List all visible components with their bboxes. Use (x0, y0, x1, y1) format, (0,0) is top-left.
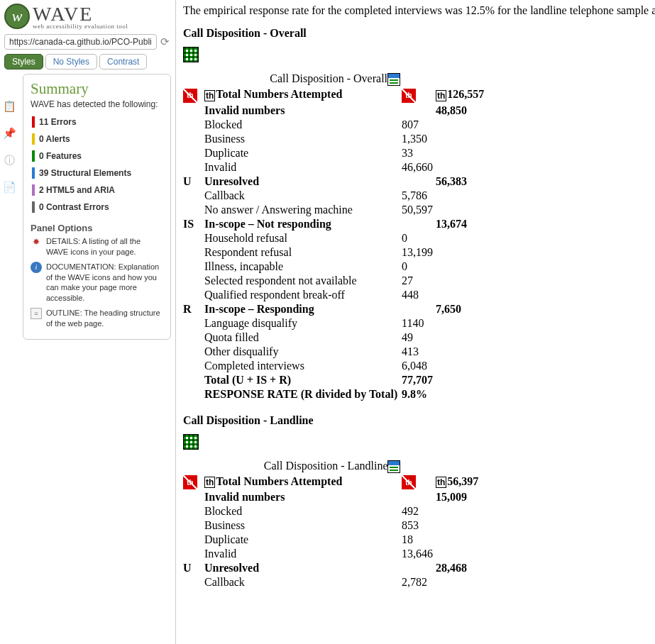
caption-icon (387, 73, 400, 86)
reload-button[interactable]: ⟳ (158, 35, 171, 48)
table-row: Business1,350 (183, 132, 487, 146)
table-row: Illness, incapable0 (183, 260, 487, 274)
table-row: Duplicate18 (183, 533, 481, 547)
th-error-icon (183, 89, 197, 103)
summary-panel: Summary WAVE has detected the following:… (23, 74, 171, 340)
table-row: Language disqualify1140 (183, 316, 487, 331)
logo-title: WAVE (33, 3, 93, 25)
summary-heading: Summary (31, 80, 163, 98)
color-bar-icon (32, 116, 35, 128)
intro-paragraph: The empirical response rate for the comp… (183, 4, 655, 17)
footer-row: RESPONSE RATE (R divided by Total)9.8% (183, 387, 487, 401)
summary-item[interactable]: 11 Errors (31, 113, 163, 131)
vtab-outline-icon[interactable]: 📄 (2, 180, 16, 194)
color-bar-icon (32, 167, 35, 179)
th-ok-icon: th (436, 477, 446, 488)
logo: w WAVE web accessibility evaluation tool (0, 0, 175, 33)
summary-item-text: 2 HTML5 and ARIA (39, 185, 115, 195)
wave-logo-icon: w (4, 4, 30, 29)
th-error-icon (183, 475, 197, 489)
option-outline[interactable]: ≡ OUTLINE: The heading structure of the … (31, 308, 163, 329)
logo-subtitle: web accessibility evaluation tool (33, 23, 128, 30)
vtab-documentation-icon[interactable]: ⓘ (2, 153, 16, 167)
summary-item-text: 0 Contrast Errors (39, 202, 109, 212)
vertical-nav: 📋 📌 ⓘ 📄 (0, 99, 18, 194)
table-row: Respondent refusal13,199 (183, 245, 487, 260)
data-table-icon (183, 434, 199, 450)
table-header-row: thTotal Numbers Attempted th56,397 (183, 474, 481, 490)
logo-text: WAVE web accessibility evaluation tool (33, 3, 128, 30)
table-landline: Call Disposition - Landline thTotal Numb… (183, 460, 481, 590)
documentation-icon: i (31, 262, 42, 273)
page-content: The empirical response rate for the comp… (176, 0, 655, 644)
tab-contrast[interactable]: Contrast (99, 54, 147, 70)
color-bar-icon (32, 184, 35, 196)
option-outline-text: OUTLINE: The heading structure of the we… (46, 308, 163, 329)
option-details[interactable]: ✸ DETAILS: A listing of all the WAVE ico… (31, 236, 163, 257)
option-details-text: DETAILS: A listing of all the WAVE icons… (46, 236, 163, 257)
section-row: UUnresolved28,468 (183, 561, 481, 575)
th-ok-icon: th (204, 90, 215, 101)
caption-icon (387, 460, 400, 473)
url-row: ⟳ (0, 33, 175, 54)
summary-item[interactable]: 0 Features (31, 148, 163, 165)
summary-item[interactable]: 39 Structural Elements (31, 165, 163, 182)
section-row: Invalid numbers48,850 (183, 104, 487, 118)
section-row: Invalid numbers15,009 (183, 490, 481, 504)
table-row: Household refusal0 (183, 231, 487, 245)
summary-item[interactable]: 0 Alerts (31, 131, 163, 148)
table-caption: Call Disposition - Landline (183, 460, 481, 474)
table-row: Duplicate33 (183, 146, 487, 160)
table-overall: Call Disposition - Overall thTotal Numbe… (183, 72, 487, 401)
table-row: Invalid46,660 (183, 160, 487, 174)
th-ok-icon: th (204, 477, 215, 488)
summary-list: 11 Errors0 Alerts0 Features39 Structural… (31, 113, 163, 216)
table-row: Callback5,786 (183, 189, 487, 203)
table-row: Qualified respondent break-off448 (183, 288, 487, 302)
tab-no-styles[interactable]: No Styles (45, 54, 97, 70)
vtab-details-icon[interactable]: 📌 (2, 126, 16, 140)
color-bar-icon (32, 150, 35, 162)
tab-styles[interactable]: Styles (4, 54, 43, 70)
table-row: Quota filled49 (183, 331, 487, 345)
table-row: Other disqualify413 (183, 345, 487, 359)
panel-options-heading: Panel Options (31, 223, 163, 233)
section-row: UUnresolved56,383 (183, 174, 487, 189)
summary-item-text: 11 Errors (39, 117, 77, 127)
url-input[interactable] (4, 34, 157, 50)
table-row: Completed interviews6,048 (183, 359, 487, 373)
summary-item[interactable]: 0 Contrast Errors (31, 199, 163, 216)
table-caption: Call Disposition - Overall (183, 72, 487, 87)
summary-detected-text: WAVE has detected the following: (31, 99, 163, 109)
table-row: Selected respondent not available27 (183, 274, 487, 288)
table-row: Blocked492 (183, 504, 481, 518)
table-row: Invalid13,646 (183, 547, 481, 561)
style-tabs: Styles No Styles Contrast (0, 54, 175, 74)
outline-icon: ≡ (31, 308, 42, 319)
details-icon: ✸ (31, 236, 42, 248)
color-bar-icon (32, 201, 35, 213)
option-documentation[interactable]: i DOCUMENTATION: Explanation of the WAVE… (31, 262, 163, 304)
data-table-icon (183, 47, 199, 62)
table-row: Callback2,782 (183, 575, 481, 589)
heading-overall: Call Disposition - Overall (183, 27, 655, 40)
table-header-row: thTotal Numbers Attempted th126,557 (183, 87, 487, 103)
heading-landline: Call Disposition - Landline (183, 414, 655, 427)
color-bar-icon (32, 133, 35, 145)
summary-item[interactable]: 2 HTML5 and ARIA (31, 182, 163, 199)
table-row: No answer / Answering machine50,597 (183, 203, 487, 217)
table-row: Blocked807 (183, 118, 487, 132)
section-row: RIn-scope – Responding7,650 (183, 302, 487, 316)
option-doc-text: DOCUMENTATION: Explanation of the WAVE i… (46, 262, 163, 304)
summary-item-text: 0 Features (39, 151, 82, 161)
th-error-icon (402, 475, 416, 489)
summary-item-text: 39 Structural Elements (39, 168, 131, 178)
th-ok-icon: th (436, 90, 446, 101)
vtab-summary-icon[interactable]: 📋 (2, 99, 16, 113)
th-error-icon (402, 89, 416, 103)
summary-item-text: 0 Alerts (39, 134, 70, 144)
section-row: ISIn-scope – Not responding13,674 (183, 217, 487, 231)
table-row: Business853 (183, 518, 481, 533)
footer-row: Total (U + IS + R)77,707 (183, 373, 487, 387)
wave-sidebar: w WAVE web accessibility evaluation tool… (0, 0, 176, 644)
